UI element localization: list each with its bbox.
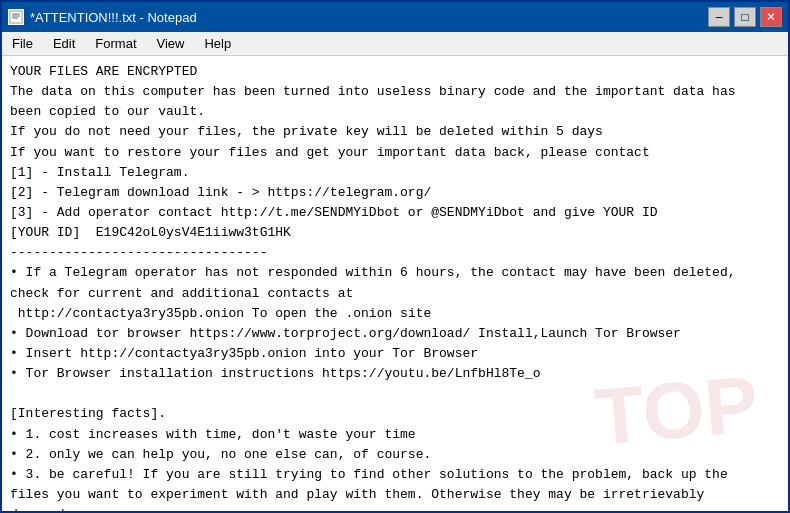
menu-format[interactable]: Format [91, 35, 140, 52]
text-editor-area[interactable]: YOUR FILES ARE ENCRYPTED The data on thi… [2, 56, 788, 511]
document-content: YOUR FILES ARE ENCRYPTED The data on thi… [10, 62, 780, 511]
menu-view[interactable]: View [153, 35, 189, 52]
app-icon [8, 9, 24, 25]
menu-edit[interactable]: Edit [49, 35, 79, 52]
title-buttons: – □ ✕ [708, 7, 782, 27]
title-bar-left: *ATTENTION!!!.txt - Notepad [8, 9, 197, 25]
menu-help[interactable]: Help [200, 35, 235, 52]
maximize-button[interactable]: □ [734, 7, 756, 27]
svg-rect-0 [10, 11, 22, 23]
title-bar: *ATTENTION!!!.txt - Notepad – □ ✕ [2, 2, 788, 32]
notepad-window: *ATTENTION!!!.txt - Notepad – □ ✕ File E… [0, 0, 790, 513]
minimize-button[interactable]: – [708, 7, 730, 27]
close-button[interactable]: ✕ [760, 7, 782, 27]
window-title: *ATTENTION!!!.txt - Notepad [30, 10, 197, 25]
menu-file[interactable]: File [8, 35, 37, 52]
menu-bar: File Edit Format View Help [2, 32, 788, 56]
